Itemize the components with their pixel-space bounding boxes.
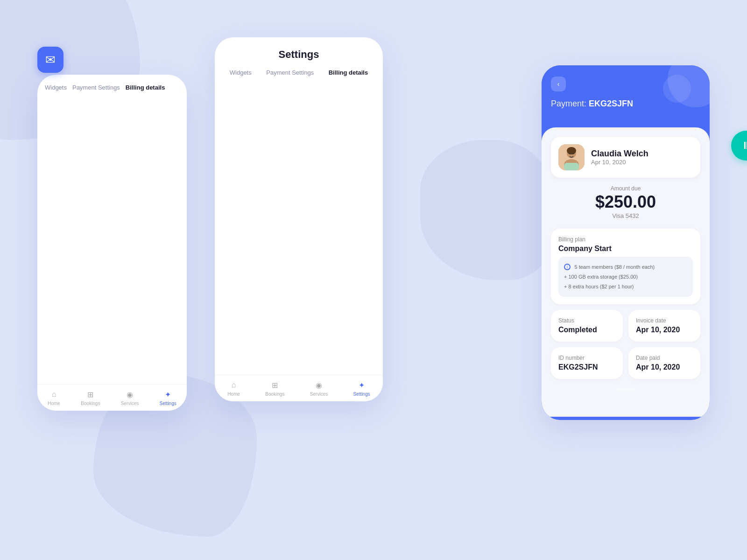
- amount-label: Amount due: [551, 185, 700, 192]
- nav-services[interactable]: ◉ Services: [121, 389, 139, 406]
- envelope-icon: ✉: [45, 53, 56, 67]
- settings-title: Settings: [215, 37, 383, 65]
- invoice-date-value: Apr 10, 2020: [636, 326, 693, 334]
- nav-home-label: Home: [48, 401, 60, 406]
- payment-label: Payment:: [551, 99, 586, 108]
- amount-section: Amount due $250.00 Visa 5432: [551, 185, 700, 219]
- center-tab-payment-settings[interactable]: Payment Settings: [264, 65, 316, 401]
- center-bookings-icon: ⊞: [270, 380, 280, 390]
- center-home-icon: ⌂: [229, 380, 239, 390]
- scroll-line: [616, 388, 635, 390]
- bg-blob-3: [420, 140, 560, 280]
- notification-icon[interactable]: ✉: [37, 47, 63, 73]
- back-button[interactable]: ‹: [551, 77, 566, 91]
- payment-id: EKG2SJFN: [589, 99, 633, 108]
- tab-payment-settings[interactable]: Payment Settings: [72, 84, 120, 411]
- rp-header-area: ‹ Payment: EKG2SJFN: [542, 65, 710, 127]
- amount-value: $250.00: [551, 194, 700, 210]
- id-number-card: ID number EKG2SJFN: [551, 347, 623, 379]
- nav-settings[interactable]: ✦ Settings: [160, 389, 176, 406]
- center-tabs: Widgets Payment Settings Billing details: [215, 65, 383, 401]
- bookings-icon: ⊞: [85, 389, 96, 399]
- center-tab-widgets[interactable]: Widgets: [228, 65, 254, 401]
- date-paid-label: Date paid: [636, 355, 693, 361]
- status-row: Status Completed Invoice date Apr 10, 20…: [551, 310, 700, 342]
- center-nav-bookings[interactable]: ⊞ Bookings: [265, 380, 284, 397]
- date-paid-value: Apr 10, 2020: [636, 363, 693, 371]
- nav-services-label: Services: [121, 401, 139, 406]
- svg-point-13: [573, 153, 574, 154]
- billing-plan-label: Billing plan: [558, 236, 693, 243]
- pause-icon: ⏸: [741, 140, 747, 152]
- home-icon: ⌂: [49, 389, 59, 399]
- settings-icon: ✦: [163, 389, 173, 399]
- nav-bookings[interactable]: ⊞ Bookings: [81, 389, 100, 406]
- person-card: Claudia Welch Apr 10, 2020: [551, 137, 700, 178]
- center-services-icon: ◉: [314, 380, 324, 390]
- rp-avatar: [558, 144, 585, 170]
- phone-right: ‹ Payment: EKG2SJFN: [542, 65, 710, 420]
- center-nav-home[interactable]: ⌂ Home: [227, 380, 240, 397]
- services-icon: ◉: [125, 389, 135, 399]
- svg-rect-14: [564, 163, 579, 170]
- center-nav-services-label: Services: [310, 392, 328, 397]
- tab-billing-details[interactable]: Billing details: [126, 84, 165, 411]
- status-label: Status: [558, 317, 615, 324]
- status-card: Status Completed: [551, 310, 623, 342]
- scroll-indicator: [551, 385, 700, 394]
- svg-point-11: [567, 147, 576, 154]
- back-icon: ‹: [557, 80, 560, 88]
- invoice-date-card: Invoice date Apr 10, 2020: [628, 310, 700, 342]
- billing-detail: i 5 team members ($8 / month each) + 100…: [558, 257, 693, 297]
- nav-settings-label: Settings: [160, 401, 176, 406]
- center-nav-bookings-label: Bookings: [265, 392, 284, 397]
- center-bottom-nav: ⌂ Home ⊞ Bookings ◉ Services ✦ Settings: [215, 375, 383, 401]
- person-name: Claudia Welch: [591, 149, 648, 159]
- billing-detail-text: 5 team members ($8 / month each) + 100 G…: [564, 264, 655, 289]
- pause-button[interactable]: ⏸: [731, 131, 747, 161]
- info-circle-icon: i: [564, 264, 571, 270]
- left-bottom-nav: ⌂ Home ⊞ Bookings ◉ Services ✦ Settings: [37, 384, 187, 411]
- person-date: Apr 10, 2020: [591, 159, 648, 166]
- date-paid-card: Date paid Apr 10, 2020: [628, 347, 700, 379]
- center-nav-settings[interactable]: ✦ Settings: [353, 380, 370, 397]
- card-info: Visa 5432: [551, 212, 700, 219]
- nav-home[interactable]: ⌂ Home: [48, 389, 60, 406]
- phone-left: Widgets Payment Settings Billing details…: [37, 75, 187, 411]
- rp-person-info: Claudia Welch Apr 10, 2020: [591, 149, 648, 166]
- center-nav-settings-label: Settings: [353, 392, 370, 397]
- center-nav-home-label: Home: [227, 392, 240, 397]
- center-tab-billing[interactable]: Billing details: [327, 65, 370, 401]
- status-value: Completed: [558, 326, 615, 334]
- payment-id-title: Payment: EKG2SJFN: [551, 99, 700, 109]
- tab-widgets[interactable]: Widgets: [45, 84, 67, 411]
- id-label: ID number: [558, 355, 615, 361]
- rp-content: Claudia Welch Apr 10, 2020 Amount due $2…: [542, 127, 710, 417]
- id-value: EKG2SJFN: [558, 363, 615, 371]
- invoice-date-label: Invoice date: [636, 317, 693, 324]
- center-nav-services[interactable]: ◉ Services: [310, 380, 328, 397]
- center-settings-icon: ✦: [357, 380, 367, 390]
- left-tabs: Widgets Payment Settings Billing details: [37, 75, 187, 411]
- billing-plan-card: Billing plan Company Start i 5 team memb…: [551, 229, 700, 304]
- phone-center: Settings Widgets Payment Settings Billin…: [215, 37, 383, 401]
- id-row: ID number EKG2SJFN Date paid Apr 10, 202…: [551, 347, 700, 379]
- svg-point-12: [569, 153, 571, 154]
- nav-bookings-label: Bookings: [81, 401, 100, 406]
- billing-plan-value: Company Start: [558, 245, 693, 253]
